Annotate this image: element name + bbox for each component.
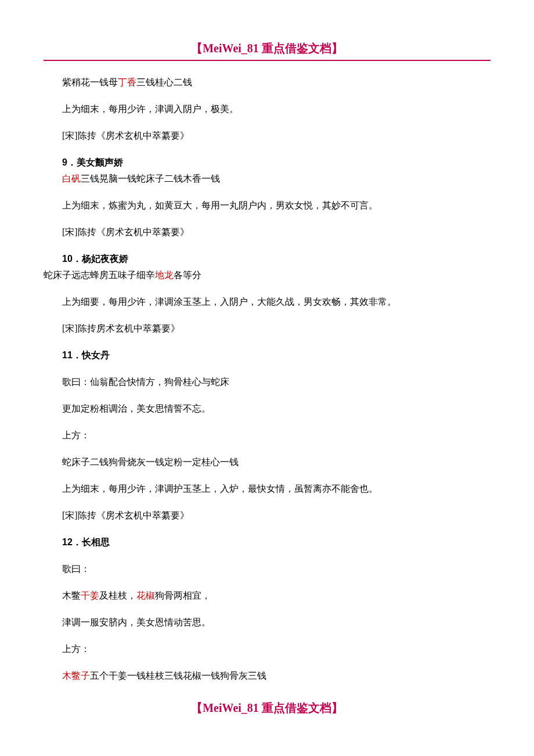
paragraph: [宋]陈抟《房术玄机中萃纂要》 — [44, 509, 490, 523]
text: 五个干姜一钱桂枝三钱花椒一钱狗骨灰三钱 — [90, 671, 266, 681]
paragraph: 歌曰： — [44, 562, 490, 576]
document-content: 紫稍花一钱母丁香三钱桂心二钱 上为细末，每用少许，津调入阴户，极美。 [宋]陈抟… — [44, 75, 490, 683]
section-heading-10: 10．杨妃夜夜娇 — [44, 252, 490, 266]
text: 各等分 — [174, 270, 201, 280]
highlighted-text: 干姜 — [81, 591, 99, 600]
highlighted-text: 丁香 — [118, 77, 136, 87]
text: 木鳖 — [62, 591, 81, 600]
highlighted-text: 地龙 — [155, 270, 174, 280]
text: 狗骨两相宜， — [155, 591, 211, 600]
paragraph: 歌曰：仙翁配合快情方，狗骨桂心与蛇床 — [44, 375, 490, 389]
paragraph: 蛇床子远志蜂房五味子细辛地龙各等分 — [44, 268, 490, 282]
paragraph: 更加定粉相调治，美女思情誓不忘。 — [44, 402, 490, 416]
paragraph: 木鳖子五个干姜一钱桂枝三钱花椒一钱狗骨灰三钱 — [44, 669, 490, 683]
page-footer: 【MeiWei_81 重点借鉴文档】 — [44, 700, 490, 716]
paragraph: 上为细要，每用少许，津调涂玉茎上，入阴户，大能久战，男女欢畅，其效非常。 — [44, 295, 490, 309]
page-header: 【MeiWei_81 重点借鉴文档】 — [44, 41, 490, 61]
section-heading-12: 12．长相思 — [44, 535, 490, 549]
text: 三钱晃脑一钱蛇床子二钱木香一钱 — [81, 174, 220, 183]
paragraph: 上方： — [44, 429, 490, 442]
paragraph: [宋]陈抟房术玄机中萃纂要》 — [44, 322, 490, 336]
highlighted-text: 花椒 — [136, 591, 155, 600]
text: 及桂枝， — [99, 591, 136, 600]
paragraph: 上为细末，每用少许，津调护玉茎上，入炉，最快女情，虽暂离亦不能舍也。 — [44, 482, 490, 496]
paragraph: 上为细末，每用少许，津调入阴户，极美。 — [44, 102, 490, 116]
paragraph: 白矾三钱晃脑一钱蛇床子二钱木香一钱 — [44, 172, 490, 186]
paragraph: [宋]陈抟《房术玄机中萃纂要》 — [44, 129, 490, 143]
paragraph: 津调一服安脐内，美女恩情动苦思。 — [44, 615, 490, 629]
text: 紫稍花一钱母 — [62, 77, 118, 87]
paragraph: [宋]陈抟《房术玄机中萃纂要》 — [44, 225, 490, 239]
section-heading-9: 9．美女颤声娇 — [44, 156, 490, 170]
paragraph: 紫稍花一钱母丁香三钱桂心二钱 — [44, 75, 490, 89]
text: 三钱桂心二钱 — [136, 77, 192, 87]
text: 蛇床子远志蜂房五味子细辛 — [44, 270, 155, 280]
paragraph: 蛇床子二钱狗骨烧灰一钱定粉一定桂心一钱 — [44, 455, 490, 469]
paragraph: 木鳖干姜及桂枝，花椒狗骨两相宜， — [44, 589, 490, 603]
paragraph: 上为细末，炼蜜为丸，如黄豆大，每用一丸阴户内，男欢女悦，其妙不可言。 — [44, 199, 490, 213]
highlighted-text: 木鳖子 — [62, 671, 90, 681]
document-page: 【MeiWei_81 重点借鉴文档】 紫稍花一钱母丁香三钱桂心二钱 上为细末，每… — [0, 0, 534, 739]
section-heading-11: 11．快女丹 — [44, 348, 490, 362]
paragraph: 上方： — [44, 642, 490, 656]
highlighted-text: 白矾 — [62, 174, 81, 183]
